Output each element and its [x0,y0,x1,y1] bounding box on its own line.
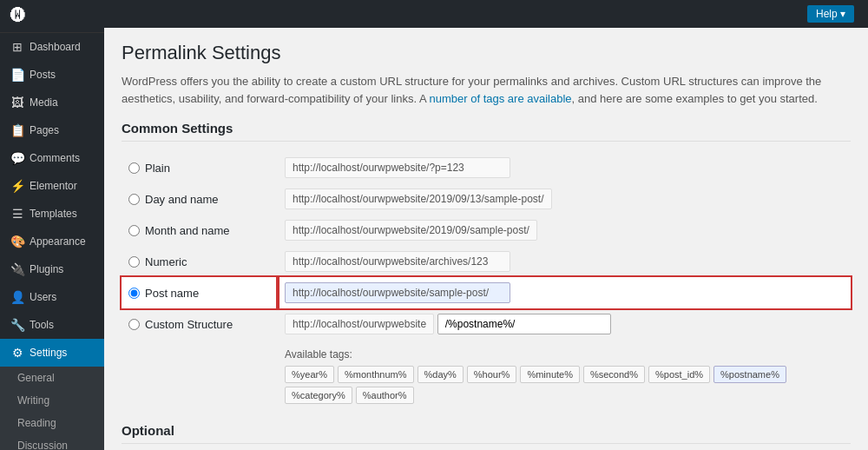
sidebar-logo: 🅦 [0,0,104,33]
tags-link[interactable]: number of tags are available [430,92,572,105]
post-name-url: http://localhost/ourwpwebsite/sample-pos… [285,282,510,303]
custom-label: Custom Structure [145,318,233,331]
description: WordPress offers you the ability to crea… [122,73,851,107]
tag-second[interactable]: %second% [583,366,645,383]
wordpress-logo-icon: 🅦 [10,7,26,25]
sidebar-item-templates[interactable]: ☰ Templates [0,200,104,228]
tag-author[interactable]: %author% [356,387,414,404]
general-label: General [17,372,55,384]
sidebar-item-pages[interactable]: 📋 Pages [0,116,104,144]
available-tags-label: Available tags: [285,348,844,361]
sidebar-item-posts[interactable]: 📄 Posts [0,61,104,89]
sidebar-item-label: Settings [30,347,67,359]
tag-post-id[interactable]: %post_id% [648,366,710,383]
sidebar-item-general[interactable]: General [0,367,104,389]
post-name-radio[interactable] [128,288,140,299]
optional-title: Optional [122,423,851,444]
sidebar-item-label: Media [30,96,58,109]
discussion-label: Discussion [17,440,68,450]
numeric-radio[interactable] [128,256,140,268]
numeric-radio-label[interactable]: Numeric [128,255,271,268]
sidebar-item-comments[interactable]: 💬 Comments [0,144,104,172]
page-title: Permalink Settings [122,42,851,64]
users-icon: 👤 [10,290,24,304]
sidebar-item-discussion[interactable]: Discussion [0,434,104,450]
tag-category[interactable]: %category% [285,387,352,404]
dashboard-icon: ⊞ [10,40,24,54]
sidebar-item-label: Pages [30,124,59,136]
help-button[interactable]: Help ▾ [807,5,854,23]
post-name-radio-label[interactable]: Post name [128,287,271,300]
tag-day[interactable]: %day% [418,366,464,383]
sidebar-item-label: Comments [30,152,80,164]
day-name-label: Day and name [145,193,219,206]
sidebar-item-label: Templates [30,208,77,220]
content-area: Permalink Settings WordPress offers you … [104,28,868,450]
pages-icon: 📋 [10,123,24,137]
month-name-radio[interactable] [128,225,140,236]
table-row: Post name http://localhost/ourwpwebsite/… [122,277,851,308]
numeric-label: Numeric [145,255,187,268]
plain-label: Plain [145,162,170,175]
table-row: Day and name http://localhost/ourwpwebsi… [122,183,851,215]
numeric-url: http://localhost/ourwpwebsite/archives/1… [285,251,510,272]
custom-url-base: http://localhost/ourwpwebsite [285,314,434,334]
table-row: Plain http://localhost/ourwpwebsite/?p=1… [122,152,851,183]
elementor-icon: ⚡ [10,179,24,193]
tags-list: %year% %monthnum% %day% %hour% %minute% … [285,366,844,404]
sidebar-item-tools[interactable]: 🔧 Tools [0,311,104,339]
media-icon: 🖼 [10,96,24,109]
posts-icon: 📄 [10,68,24,82]
sidebar-item-elementor[interactable]: ⚡ Elementor [0,172,104,200]
plain-radio-label[interactable]: Plain [128,162,271,175]
month-name-radio-label[interactable]: Month and name [128,224,271,237]
table-row: Month and name http://localhost/ourwpweb… [122,215,851,246]
sidebar-item-dashboard[interactable]: ⊞ Dashboard [0,33,104,61]
table-row: Custom Structure http://localhost/ourwpw… [122,308,851,340]
sidebar-item-settings[interactable]: ⚙ Settings [0,339,104,367]
sidebar-item-label: Plugins [30,263,63,275]
reading-label: Reading [17,417,56,429]
plugins-icon: 🔌 [10,262,24,276]
settings-submenu: General Writing Reading Discussion Media… [0,367,104,450]
table-row: Numeric http://localhost/ourwpwebsite/ar… [122,246,851,277]
sidebar-item-users[interactable]: 👤 Users [0,283,104,311]
tools-icon: 🔧 [10,318,24,332]
sidebar-item-plugins[interactable]: 🔌 Plugins [0,255,104,283]
custom-url-input[interactable] [437,314,611,334]
settings-icon: ⚙ [10,346,24,360]
sidebar-item-writing[interactable]: Writing [0,389,104,412]
day-name-radio[interactable] [128,194,140,205]
comments-icon: 💬 [10,151,24,165]
description-suffix: , and here are some examples to get you … [572,92,818,105]
day-name-radio-label[interactable]: Day and name [128,193,271,206]
topbar: Help ▾ [104,0,868,28]
post-name-label: Post name [145,287,199,300]
sidebar-item-reading[interactable]: Reading [0,412,104,434]
plain-radio[interactable] [128,162,140,174]
tag-year[interactable]: %year% [285,366,334,383]
tag-monthnum[interactable]: %monthnum% [338,366,414,383]
available-tags-row: Available tags: %year% %monthnum% %day% … [122,340,851,409]
sidebar-item-label: Dashboard [30,41,81,53]
month-name-label: Month and name [145,224,230,237]
sidebar-item-appearance[interactable]: 🎨 Appearance [0,228,104,255]
tag-minute[interactable]: %minute% [520,366,580,383]
sidebar-item-media[interactable]: 🖼 Media [0,89,104,116]
sidebar-item-label: Tools [30,319,54,331]
sidebar-item-label: Posts [30,69,56,81]
sidebar: 🅦 ⊞ Dashboard 📄 Posts 🖼 Media 📋 Pages 💬 … [0,0,104,450]
common-settings-title: Common Settings [122,121,851,142]
custom-radio[interactable] [128,319,140,330]
plain-url: http://localhost/ourwpwebsite/?p=123 [285,157,510,178]
tag-postname[interactable]: %postname% [713,366,786,383]
custom-radio-label[interactable]: Custom Structure [128,318,271,331]
tag-hour[interactable]: %hour% [467,366,517,383]
main-content: Help ▾ Permalink Settings WordPress offe… [104,0,868,450]
sidebar-item-label: Elementor [30,180,77,192]
permalink-options-table: Plain http://localhost/ourwpwebsite/?p=1… [122,152,851,409]
appearance-icon: 🎨 [10,235,24,248]
day-name-url: http://localhost/ourwpwebsite/2019/09/13… [285,189,552,209]
month-name-url: http://localhost/ourwpwebsite/2019/09/sa… [285,220,537,241]
writing-label: Writing [17,394,49,407]
